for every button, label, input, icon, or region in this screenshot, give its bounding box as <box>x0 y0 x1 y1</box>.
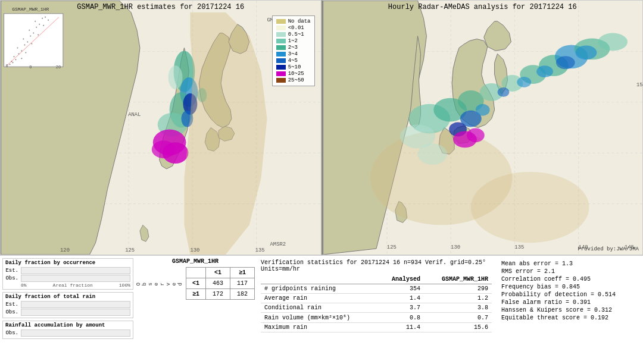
legend-color-3-4 <box>276 52 286 57</box>
legend-lt001: <0.01 <box>276 25 311 31</box>
contingency-val-ge1-lt1: 172 <box>206 289 230 300</box>
contingency-row-ge1: ≥1 172 182 <box>186 289 255 300</box>
occurrence-est-bar <box>21 267 130 274</box>
verif-row-1-label: Average rain <box>261 294 379 303</box>
axis-mid: Areal fraction <box>53 283 93 288</box>
left-map-panel: GSMAP_MWR_1HR estimates for 20171224 16 <box>0 0 322 255</box>
axis-100pct: 100% <box>119 283 130 288</box>
contingency-val-lt1-lt1: 463 <box>206 278 230 289</box>
legend-3-4: 3~4 <box>276 51 311 57</box>
legend-label-4-5: 4~5 <box>288 58 298 64</box>
legend-color-05-1 <box>276 32 286 37</box>
verif-row-0: # gridpoints raining 354 299 <box>261 284 492 294</box>
contingency-corner <box>186 268 206 278</box>
verif-header-row: Analysed GSMAP_MWR_1HR <box>261 275 492 284</box>
occurrence-obs-bar <box>21 275 130 282</box>
verif-row-3-gsmap: 0.7 <box>424 313 492 323</box>
svg-point-100 <box>475 104 489 116</box>
right-map-attribution: Provided by:JWA/JMA <box>578 246 639 252</box>
svg-point-104 <box>555 56 575 69</box>
verif-row-4-label: Maximum rain <box>261 323 379 332</box>
svg-point-43 <box>45 17 46 18</box>
rain-est-label: Est. <box>5 302 18 307</box>
svg-point-95 <box>598 33 628 51</box>
right-map-svg: 45 40 35 30 25 120 125 130 135 140 145 1… <box>323 1 643 255</box>
contingency-table: <1 ≥1 <1 463 117 ≥1 <box>186 267 255 300</box>
verif-panel: Verification statistics for 20171224 16 … <box>257 258 495 362</box>
svg-text:120: 120 <box>60 247 70 253</box>
legend-05-1: 0.5~1 <box>276 32 311 37</box>
metric-prob-detection: Probability of detection = 0.514 <box>501 291 637 298</box>
legend-10-25: 10~25 <box>276 71 311 77</box>
rain-est-row: Est. <box>5 301 130 308</box>
verif-row-4-gsmap: 15.6 <box>424 323 492 332</box>
accum-obs-label: Obs. <box>5 330 18 336</box>
legend-color-25-50 <box>276 78 286 83</box>
contingency-row-label-ge1: ≥1 <box>186 289 206 300</box>
stats-section: Daily fraction by occurrence Est. Obs. <box>0 256 643 364</box>
legend-color-no-data <box>276 19 286 24</box>
svg-point-20 <box>152 140 176 158</box>
svg-point-40 <box>39 24 40 25</box>
svg-text:AMSR2: AMSR2 <box>270 241 286 247</box>
contingency-header-row: <1 ≥1 <box>186 268 255 278</box>
occurrence-title: Daily fraction by occurrence <box>5 260 130 266</box>
verif-title: Verification statistics for 20171224 16 … <box>261 259 492 272</box>
left-map-title: GSMAP_MWR_1HR estimates for 20171224 16 <box>77 3 244 11</box>
svg-point-85 <box>470 172 589 243</box>
verif-row-2-gsmap: 3.8 <box>424 303 492 313</box>
metric-mean-abs: Mean abs error = 1.3 <box>501 261 637 267</box>
rain-chart: Daily fraction of total rain Est. Obs. <box>2 292 133 318</box>
legend-color-5-10 <box>276 65 286 70</box>
svg-point-35 <box>23 39 24 40</box>
verif-row-1: Average rain 1.4 1.2 <box>261 294 492 303</box>
verif-row-4-analysed: 11.4 <box>379 323 424 332</box>
occurrence-axis: 0% Areal fraction 100% <box>5 283 130 288</box>
svg-text:135: 135 <box>255 247 265 253</box>
contingency-row-label-lt1: <1 <box>186 278 206 289</box>
occurrence-est-label: Est. <box>5 268 18 274</box>
verif-row-0-label: # gridpoints raining <box>261 284 379 294</box>
svg-point-36 <box>30 36 31 37</box>
svg-point-99 <box>466 128 484 142</box>
svg-text:125: 125 <box>386 244 396 250</box>
verif-row-2-analysed: 3.7 <box>379 303 424 313</box>
legend-4-5: 4~5 <box>276 58 311 64</box>
occurrence-obs-row: Obs. <box>5 275 130 282</box>
observed-side: Observed <box>136 267 183 300</box>
accum-obs-row: Obs. <box>5 330 130 337</box>
accumulation-chart: Rainfall accumulation by amount Obs. <box>2 321 133 339</box>
svg-point-34 <box>27 42 28 43</box>
svg-point-29 <box>13 56 14 57</box>
svg-point-44 <box>10 64 11 65</box>
metrics-panel: Mean abs error = 1.3 RMS error = 2.1 Cor… <box>498 258 641 362</box>
svg-point-41 <box>35 21 36 22</box>
svg-text:0: 0 <box>29 65 32 70</box>
legend-label-5-10: 5~10 <box>288 64 301 70</box>
svg-point-103 <box>536 65 553 77</box>
rain-obs-row: Obs. <box>5 309 130 316</box>
svg-point-42 <box>42 18 43 19</box>
occurrence-est-row: Est. <box>5 267 130 274</box>
svg-text:0: 0 <box>6 64 8 68</box>
metric-equitable: Equitable threat score = 0.192 <box>501 315 637 321</box>
rain-est-bar <box>21 301 130 308</box>
svg-point-33 <box>24 44 25 45</box>
legend-1-2: 1~2 <box>276 38 311 44</box>
legend-label-2-3: 2~3 <box>288 45 298 51</box>
verif-row-4: Maximum rain 11.4 15.6 <box>261 323 492 332</box>
maps-section: GSMAP_MWR_1HR estimates for 20171224 16 <box>0 0 643 256</box>
verif-row-3: Rain volume (mm×km²×10⁶) 0.8 0.7 <box>261 313 492 323</box>
svg-text:GSMAP_MWR_1HR: GSMAP_MWR_1HR <box>12 7 49 12</box>
legend-color-2-3 <box>276 45 286 50</box>
map-legend: No data <0.01 0.5~1 1~2 2~3 <box>272 15 315 86</box>
svg-text:130: 130 <box>451 244 460 250</box>
occurrence-chart: Daily fraction by occurrence Est. Obs. <box>2 258 133 290</box>
svg-point-48 <box>31 43 32 44</box>
svg-point-32 <box>17 47 18 48</box>
svg-point-39 <box>36 27 37 28</box>
legend-no-data: No data <box>276 18 311 24</box>
legend-label-25-50: 25~50 <box>288 77 304 83</box>
verif-row-2-label: Conditional rain <box>261 303 379 313</box>
verif-header-gsmap: GSMAP_MWR_1HR <box>424 275 492 284</box>
